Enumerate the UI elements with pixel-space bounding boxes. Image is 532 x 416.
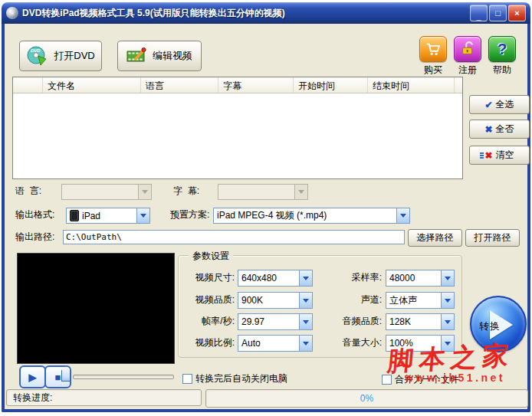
- output-format-label: 输出格式:: [15, 208, 54, 222]
- chevron-down-icon[interactable]: [396, 208, 409, 223]
- chevron-down-icon[interactable]: [441, 270, 454, 286]
- progress-value: 0%: [360, 393, 373, 404]
- merge-files-checkbox[interactable]: [382, 375, 392, 385]
- select-none-label: 全否: [496, 123, 514, 136]
- file-list-body[interactable]: [13, 93, 462, 179]
- open-path-button[interactable]: 打开路径: [465, 229, 520, 247]
- file-list[interactable]: 文件名 语言 字幕 开始时间 结束时间: [12, 77, 463, 179]
- volume-combo[interactable]: 100%: [386, 335, 455, 352]
- register-label: 注册: [458, 64, 477, 77]
- audio-quality-label: 音频品质:: [311, 313, 382, 329]
- progress-label: 转换进度:: [13, 391, 52, 405]
- question-mark-icon: ?: [488, 36, 516, 62]
- column-checkbox[interactable]: [13, 77, 43, 93]
- chevron-down-icon[interactable]: [441, 314, 454, 329]
- clear-label: 清空: [496, 149, 514, 162]
- frame-rate-combo[interactable]: 29.97: [238, 313, 313, 330]
- register-button[interactable]: 注册: [452, 36, 483, 77]
- subtitle-label: 字 幕:: [173, 184, 199, 198]
- video-size-combo[interactable]: 640x480: [238, 270, 313, 287]
- column-filename[interactable]: 文件名: [43, 77, 141, 93]
- column-start-time[interactable]: 开始时间: [294, 77, 368, 93]
- column-end-time[interactable]: 结束时间: [368, 77, 455, 93]
- sample-rate-combo[interactable]: 48000: [386, 270, 455, 287]
- edit-video-icon: [126, 46, 148, 66]
- output-path-input[interactable]: [63, 230, 405, 244]
- buy-button[interactable]: 购买: [418, 36, 448, 77]
- file-list-header: 文件名 语言 字幕 开始时间 结束时间: [13, 77, 462, 93]
- progress-label-panel: 转换进度:: [6, 389, 202, 406]
- open-path-label: 打开路径: [475, 231, 511, 244]
- channels-label: 声道:: [311, 292, 382, 307]
- chevron-down-icon[interactable]: [138, 185, 151, 199]
- output-path-label: 输出路径:: [15, 230, 54, 244]
- chevron-down-icon[interactable]: [441, 336, 454, 351]
- play-button[interactable]: ▶: [19, 365, 46, 388]
- shopping-cart-icon: [419, 36, 447, 62]
- column-filler: [455, 77, 462, 93]
- close-button[interactable]: ×: [508, 5, 526, 21]
- language-combo[interactable]: [61, 184, 152, 200]
- client-area: DVD 打开DVD 编辑视频: [2, 24, 530, 412]
- column-language[interactable]: 语言: [141, 77, 218, 93]
- choose-path-button[interactable]: 选择路径: [408, 229, 462, 247]
- svg-text:DVD: DVD: [31, 48, 41, 53]
- app-window: DVD转换iPad视频格式工具 5.9(试用版只能转换出五分钟的视频) _ □ …: [2, 2, 530, 412]
- chevron-down-icon[interactable]: [441, 293, 454, 308]
- column-subtitle[interactable]: 字幕: [218, 77, 294, 93]
- audio-quality-combo[interactable]: 128K: [386, 313, 455, 330]
- toolbar-right-icons: 购买 注册 ? 帮助: [418, 36, 517, 77]
- choose-path-label: 选择路径: [417, 231, 454, 244]
- progress-bar: 0%: [205, 389, 528, 408]
- play-icon: ▶: [29, 372, 37, 383]
- aspect-ratio-label: 视频比例:: [179, 335, 235, 350]
- lock-icon: [454, 36, 481, 62]
- preset-label: 预置方案:: [170, 208, 209, 222]
- buy-label: 购买: [424, 64, 442, 77]
- chevron-down-icon[interactable]: [294, 185, 307, 199]
- app-icon: [6, 7, 18, 19]
- subtitle-combo[interactable]: [218, 184, 308, 200]
- video-quality-label: 视频品质:: [179, 292, 235, 307]
- chevron-down-icon[interactable]: [299, 336, 312, 351]
- chevron-down-icon[interactable]: [299, 270, 312, 286]
- shutdown-after-label: 转换完后自动关闭电脑: [195, 374, 287, 384]
- maximize-button[interactable]: □: [489, 5, 507, 21]
- open-dvd-button[interactable]: DVD 打开DVD: [19, 41, 102, 71]
- chevron-down-icon[interactable]: [299, 293, 312, 308]
- video-preview[interactable]: [17, 253, 175, 364]
- convert-label: 转换: [479, 319, 501, 333]
- edit-video-label: 编辑视频: [153, 49, 192, 63]
- clear-list-icon: ✖: [484, 151, 492, 160]
- output-format-combo[interactable]: iPad: [66, 208, 150, 224]
- check-icon: ✔: [484, 100, 492, 110]
- open-dvd-label: 打开DVD: [54, 49, 94, 63]
- output-format-value: iPad: [82, 211, 100, 221]
- edit-video-button[interactable]: 编辑视频: [117, 41, 202, 71]
- clear-button[interactable]: ✖ 清空: [469, 146, 530, 165]
- minimize-button[interactable]: _: [470, 5, 488, 21]
- convert-button[interactable]: 转换: [470, 296, 527, 352]
- window-title: DVD转换iPad视频格式工具 5.9(试用版只能转换出五分钟的视频): [22, 7, 468, 20]
- select-all-button[interactable]: ✔ 全选: [469, 95, 530, 114]
- dvd-disc-icon: DVD: [26, 45, 49, 67]
- chevron-down-icon[interactable]: [299, 314, 312, 329]
- chevron-down-icon[interactable]: [136, 208, 149, 223]
- channels-combo[interactable]: 立体声: [386, 292, 455, 309]
- sample-rate-label: 采样率:: [311, 270, 382, 285]
- help-button[interactable]: ? 帮助: [487, 36, 517, 77]
- seek-slider-track[interactable]: [73, 375, 174, 379]
- video-size-label: 视频尺寸:: [179, 270, 235, 285]
- aspect-ratio-combo[interactable]: Auto: [238, 335, 313, 352]
- video-quality-combo[interactable]: 900K: [238, 292, 313, 309]
- params-group-title: 参数设置: [189, 250, 233, 263]
- ipad-device-icon: [70, 210, 79, 221]
- cross-icon: ✖: [484, 125, 492, 134]
- preset-combo[interactable]: iPad MPEG-4 视频 (*.mp4): [213, 208, 410, 224]
- merge-files-label: 合并为一个文件: [395, 375, 459, 385]
- title-bar[interactable]: DVD转换iPad视频格式工具 5.9(试用版只能转换出五分钟的视频) _ □ …: [2, 2, 530, 24]
- shutdown-after-checkbox[interactable]: [182, 374, 192, 384]
- preset-value: iPad MPEG-4 视频 (*.mp4): [217, 209, 327, 222]
- select-none-button[interactable]: ✖ 全否: [469, 120, 530, 139]
- help-label: 帮助: [493, 64, 511, 77]
